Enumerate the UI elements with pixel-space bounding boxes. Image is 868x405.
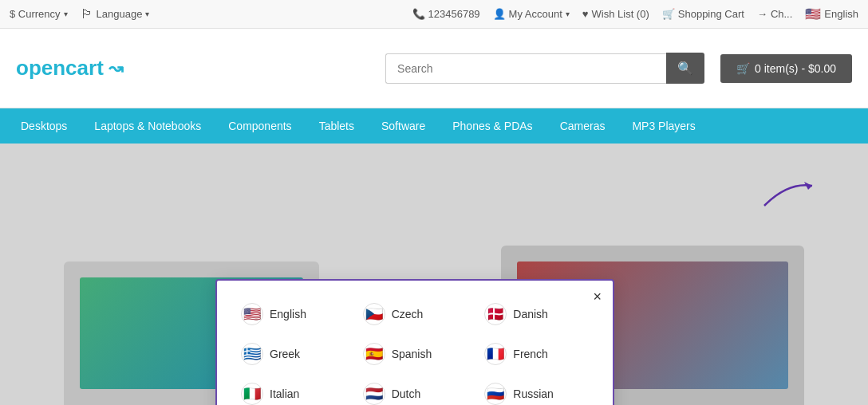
nav-components[interactable]: Components [215, 108, 304, 144]
french-label: French [513, 348, 548, 360]
phone-number: 123456789 [428, 8, 480, 20]
heart-icon: ♥ [582, 8, 589, 20]
danish-label: Danish [513, 308, 548, 320]
dutch-flag: 🇳🇱 [363, 383, 385, 405]
logo-text: opencart [16, 56, 104, 81]
italian-flag: 🇮🇹 [241, 383, 263, 405]
russian-flag: 🇷🇺 [484, 383, 507, 405]
english-label: English [270, 308, 306, 320]
lang-italian[interactable]: 🇮🇹 Italian [236, 379, 350, 405]
greek-label: Greek [270, 348, 300, 360]
logo-cart-icon: ↝ [108, 58, 123, 79]
account-caret: ▾ [566, 10, 570, 18]
currency-label: $ Currency [10, 8, 61, 20]
shopping-cart-link[interactable]: 🛒 Shopping Cart [662, 8, 744, 20]
english-flag: 🇺🇸 [241, 303, 263, 325]
language-flag-icon: 🏳 [81, 7, 93, 22]
current-language-display: 🇺🇸 English [805, 6, 858, 22]
search-input[interactable] [385, 53, 666, 84]
language-caret: ▾ [145, 10, 149, 18]
dutch-label: Dutch [392, 387, 421, 400]
svg-marker-0 [804, 182, 812, 190]
language-modal: × 🇺🇸 English 🇨🇿 Czech 🇩🇰 Danish 🇬🇷 Greek [215, 279, 614, 405]
lang-english[interactable]: 🇺🇸 English [236, 300, 350, 328]
account-icon: 👤 [493, 8, 506, 20]
cart-icon: 🛒 [662, 8, 675, 20]
nav-tablets[interactable]: Tablets [306, 108, 367, 144]
lang-czech[interactable]: 🇨🇿 Czech [358, 300, 472, 328]
phone-icon: 📞 [412, 8, 425, 20]
checkout-label: Ch... [771, 8, 792, 20]
cart-button-icon: 🛒 [736, 62, 750, 75]
russian-label: Russian [513, 387, 554, 400]
nav-phones[interactable]: Phones & PDAs [440, 108, 545, 144]
my-account-dropdown[interactable]: 👤 My Account ▾ [493, 8, 570, 20]
modal-close-button[interactable]: × [593, 289, 602, 305]
logo[interactable]: opencart ↝ [16, 56, 123, 81]
wish-list-link[interactable]: ♥ Wish List (0) [582, 8, 649, 20]
spanish-label: Spanish [392, 348, 432, 360]
cart-button[interactable]: 🛒 0 item(s) - $0.00 [720, 54, 852, 83]
shopping-cart-label: Shopping Cart [678, 8, 744, 20]
nav-mp3[interactable]: MP3 Players [619, 108, 708, 144]
navbar: Desktops Laptops & Notebooks Components … [0, 108, 868, 144]
nav-cameras[interactable]: Cameras [547, 108, 618, 144]
spanish-flag: 🇪🇸 [363, 343, 385, 365]
lang-danish[interactable]: 🇩🇰 Danish [479, 300, 594, 328]
top-bar-left: $ Currency ▾ 🏳 Language ▾ [10, 7, 149, 22]
cart-button-label: 0 item(s) - $0.00 [755, 62, 836, 75]
lang-spanish[interactable]: 🇪🇸 Spanish [358, 340, 472, 368]
current-language-label: English [824, 8, 858, 20]
wish-list-label: Wish List (0) [592, 8, 649, 20]
lang-french[interactable]: 🇫🇷 French [479, 340, 594, 368]
checkout-icon: → [757, 8, 767, 20]
language-dropdown[interactable]: 🏳 Language ▾ [81, 7, 150, 22]
lang-russian[interactable]: 🇷🇺 Russian [479, 379, 594, 405]
nav-laptops[interactable]: Laptops & Notebooks [81, 108, 214, 144]
language-grid: 🇺🇸 English 🇨🇿 Czech 🇩🇰 Danish 🇬🇷 Greek 🇪… [236, 300, 594, 405]
checkout-link[interactable]: → Ch... [757, 8, 792, 20]
my-account-label: My Account [509, 8, 562, 20]
header: opencart ↝ 🔍 🛒 0 item(s) - $0.00 [0, 29, 868, 108]
search-bar: 🔍 [385, 53, 704, 84]
lang-greek[interactable]: 🇬🇷 Greek [236, 340, 350, 368]
search-button[interactable]: 🔍 [666, 53, 704, 84]
czech-label: Czech [392, 308, 424, 320]
greek-flag: 🇬🇷 [241, 343, 263, 365]
language-label: Language [97, 8, 143, 20]
top-bar-right: 📞 123456789 👤 My Account ▾ ♥ Wish List (… [412, 6, 858, 22]
nav-desktops[interactable]: Desktops [8, 108, 80, 144]
italian-label: Italian [270, 387, 299, 400]
arrow-annotation [756, 174, 820, 217]
czech-flag: 🇨🇿 [363, 303, 385, 325]
top-bar: $ Currency ▾ 🏳 Language ▾ 📞 123456789 👤 … [0, 0, 868, 29]
currency-dropdown[interactable]: $ Currency ▾ [10, 8, 68, 20]
french-flag: 🇫🇷 [484, 343, 507, 365]
nav-software[interactable]: Software [369, 108, 438, 144]
currency-caret: ▾ [64, 10, 68, 18]
hero-section: × 🇺🇸 English 🇨🇿 Czech 🇩🇰 Danish 🇬🇷 Greek [0, 144, 868, 405]
lang-dutch[interactable]: 🇳🇱 Dutch [358, 379, 472, 405]
current-language-flag: 🇺🇸 [805, 6, 821, 22]
danish-flag: 🇩🇰 [484, 303, 507, 325]
phone-info: 📞 123456789 [412, 8, 480, 20]
